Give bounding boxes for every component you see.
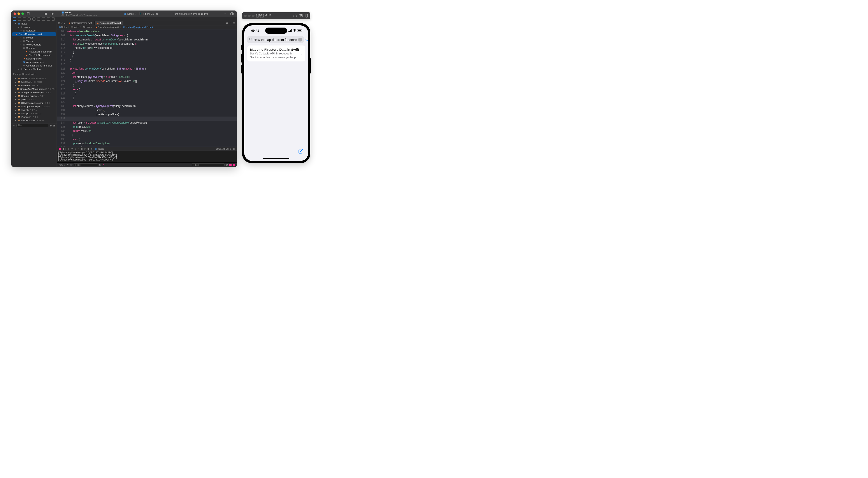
nav-item[interactable]: ◆NotesListScreen.swift bbox=[11, 50, 57, 53]
minimize-window-button[interactable] bbox=[18, 12, 20, 15]
debug-console[interactable]: ["GybbVqm9jHoaodmwVpYv", "gMrO1fIiXM5f4l… bbox=[57, 151, 237, 163]
nav-item[interactable]: ◆NoteEditScreen.swift bbox=[11, 53, 57, 57]
sidebar-toggle-icon[interactable] bbox=[26, 11, 31, 16]
debug-step-into-icon[interactable]: ↓ bbox=[75, 147, 76, 150]
add-editor-icon[interactable]: ▤ bbox=[233, 22, 235, 25]
issue-navigator-icon[interactable] bbox=[32, 18, 35, 21]
sim-close-button[interactable] bbox=[244, 15, 247, 17]
svg-rect-10 bbox=[289, 31, 290, 32]
debug-navigator-icon[interactable] bbox=[42, 18, 45, 21]
back-icon[interactable]: < bbox=[61, 22, 63, 25]
package-item[interactable]: ▸📦leveldb1.22.5 bbox=[11, 108, 57, 112]
related-items-icon[interactable]: ▥ bbox=[58, 22, 60, 25]
package-item[interactable]: ▸📦GTMSessionFetcher3.4.1 bbox=[11, 101, 57, 105]
home-indicator[interactable] bbox=[263, 158, 289, 159]
clear-search-icon[interactable]: ✕ bbox=[298, 38, 302, 41]
debug-step-out-icon[interactable]: ↑ bbox=[78, 147, 79, 150]
nav-item[interactable]: ▣Assets.xcassets bbox=[11, 60, 57, 64]
project-navigator-icon[interactable] bbox=[13, 18, 16, 21]
nav-item[interactable]: ▾▤Notes bbox=[11, 25, 57, 29]
filter-scm-icon[interactable]: ▣ bbox=[53, 124, 55, 127]
package-item[interactable]: ▸📦Firebase10.24.0 bbox=[11, 84, 57, 87]
console-meta-icon[interactable]: ⌘ bbox=[102, 164, 104, 166]
find-navigator-icon[interactable] bbox=[28, 18, 31, 21]
plus-icon[interactable]: ＋ bbox=[222, 11, 228, 16]
trash-icon[interactable]: 🗑 bbox=[226, 164, 228, 166]
package-item[interactable]: ▸📦nanopb2.30910.0 bbox=[11, 112, 57, 115]
library-icon[interactable] bbox=[229, 11, 235, 16]
nav-item[interactable]: ▾▤Services bbox=[11, 29, 57, 32]
compose-note-button[interactable] bbox=[298, 149, 303, 155]
search-field[interactable]: How to map dat from firestore ✕ bbox=[247, 36, 304, 43]
add-target-icon[interactable]: ＋ bbox=[13, 124, 15, 127]
package-item[interactable]: ▸📦Promises2.4.0 bbox=[11, 115, 57, 119]
debug-memory-icon[interactable]: ⎋ bbox=[84, 147, 86, 150]
debug-continue-icon[interactable]: ▷ bbox=[68, 147, 70, 150]
debug-pause-icon[interactable]: ❙❙ bbox=[63, 147, 66, 150]
package-item[interactable]: ▸📦InteropForGoogle100.0.0 bbox=[11, 105, 57, 108]
package-item[interactable]: ▸📦abseil1.2024011601.1 bbox=[11, 77, 57, 80]
cancel-button[interactable]: Cancel bbox=[306, 38, 308, 41]
source-editor[interactable]: 108extension NotesRepository {109 func s… bbox=[57, 29, 237, 147]
nav-item[interactable]: ◆NotesRepository.swift bbox=[12, 32, 56, 36]
nav-item[interactable]: ▾▦Notes bbox=[11, 22, 57, 25]
run-button[interactable] bbox=[50, 11, 55, 16]
console-filter-input[interactable] bbox=[192, 163, 224, 166]
sim-minimize-button[interactable] bbox=[248, 15, 251, 17]
test-navigator-icon[interactable] bbox=[37, 18, 40, 21]
forward-icon[interactable]: > bbox=[63, 22, 65, 25]
editor-tab[interactable]: ◆NotesRepository.swift bbox=[95, 21, 123, 25]
package-item[interactable]: ▸📦GoogleUtilities7.13.1 bbox=[11, 94, 57, 98]
stop-button[interactable] bbox=[43, 11, 49, 16]
nav-item[interactable]: ◆NotesApp.swift bbox=[11, 57, 57, 60]
svg-rect-8 bbox=[306, 14, 308, 17]
editor-tab[interactable]: ◆NotesListScreen.swift bbox=[66, 21, 95, 25]
auto-vars-label[interactable]: Auto ◇ bbox=[59, 164, 65, 166]
home-icon[interactable] bbox=[293, 14, 297, 18]
search-result-row[interactable]: Mapping Firestore Data in Swift Swift's … bbox=[247, 45, 305, 62]
minimap-toggle-icon[interactable]: ▤ bbox=[233, 147, 235, 150]
filter-recent-icon[interactable]: ◐ bbox=[50, 124, 52, 127]
project-navigator[interactable]: ▾▦Notes▾▤Notes▾▤Services◆NotesRepository… bbox=[11, 21, 57, 167]
variables-filter-input[interactable] bbox=[74, 163, 98, 166]
breakpoint-navigator-icon[interactable] bbox=[47, 18, 50, 21]
nav-item[interactable]: ▸▤Model bbox=[11, 36, 57, 39]
power-button[interactable] bbox=[310, 58, 311, 73]
nav-item[interactable]: ▭GoogleService-Info.plist bbox=[11, 64, 57, 67]
nav-item[interactable]: ▸▤Preview Content bbox=[11, 67, 57, 71]
debug-env-icon[interactable]: ◑ bbox=[87, 147, 89, 150]
package-item[interactable]: ▸📦GoogleAppMeasurement10.24.0 bbox=[11, 87, 57, 91]
console-scope-icon[interactable]: ◐ bbox=[99, 164, 101, 166]
nav-item[interactable]: ▾▤Screens bbox=[11, 46, 57, 50]
breakpoint-toggle-icon[interactable] bbox=[59, 148, 61, 150]
report-navigator-icon[interactable] bbox=[52, 18, 55, 21]
debug-view-hierarchy-icon[interactable]: ◧ bbox=[81, 147, 83, 150]
debug-location-icon[interactable]: ➤ bbox=[91, 147, 93, 150]
zoom-window-button[interactable] bbox=[22, 12, 24, 15]
source-control-navigator-icon[interactable] bbox=[18, 18, 21, 21]
volume-down-button[interactable] bbox=[241, 65, 242, 73]
nav-item[interactable]: ▸▤ViewModifiers bbox=[11, 43, 57, 46]
external-display-icon[interactable] bbox=[305, 14, 308, 18]
navigator-filter-input[interactable] bbox=[17, 124, 49, 127]
action-button[interactable] bbox=[241, 45, 242, 50]
left-panel-toggle-icon[interactable] bbox=[229, 164, 231, 166]
package-item[interactable]: ▸📦gRPC1.62.2 bbox=[11, 98, 57, 101]
right-panel-toggle-icon[interactable] bbox=[233, 164, 235, 166]
info-icon[interactable]: ⓘ bbox=[70, 163, 72, 166]
eye-icon[interactable]: 👁 bbox=[67, 164, 69, 166]
editor-options-icon[interactable]: ≡ bbox=[230, 22, 231, 25]
nav-item[interactable]: ▸▤Views bbox=[11, 39, 57, 43]
screenshot-icon[interactable] bbox=[299, 14, 303, 18]
package-item[interactable]: ▸📦GoogleDataTransport9.4.0 bbox=[11, 91, 57, 94]
volume-up-button[interactable] bbox=[241, 54, 242, 63]
sim-zoom-button[interactable] bbox=[252, 15, 254, 17]
jump-bar[interactable]: ▦Notes〉 ▤Notes〉 Services〉 ◆NotesReposito… bbox=[57, 25, 237, 29]
package-item[interactable]: ▸📦AppCheck10.19.0 bbox=[11, 80, 57, 84]
package-item[interactable]: ▸📦SwiftProtobuf1.26.0 bbox=[11, 119, 57, 122]
bookmark-navigator-icon[interactable] bbox=[23, 18, 26, 21]
close-window-button[interactable] bbox=[13, 12, 16, 15]
editor-layout-icon[interactable]: ⇄ bbox=[226, 22, 228, 25]
debug-step-over-icon[interactable]: ↷ bbox=[71, 147, 73, 150]
scheme-selector[interactable]: ▦ Notes 〉 📱 iPhone 15 Pro bbox=[124, 12, 158, 15]
